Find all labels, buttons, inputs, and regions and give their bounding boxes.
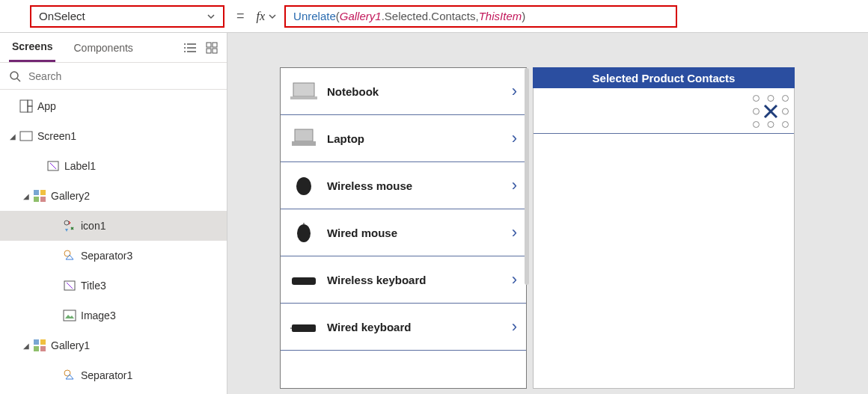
chevron-right-icon[interactable]: › bbox=[512, 81, 520, 101]
svg-rect-8 bbox=[20, 132, 32, 141]
chevron-down-icon bbox=[207, 12, 216, 21]
svg-rect-12 bbox=[34, 197, 39, 202]
resize-handle[interactable] bbox=[753, 95, 760, 102]
gallery-row[interactable]: Wired mouse › bbox=[281, 209, 526, 256]
tree-item-title3[interactable]: Title3 bbox=[0, 271, 227, 301]
svg-point-14 bbox=[64, 221, 69, 225]
screen-icon bbox=[18, 131, 34, 141]
chevron-right-icon[interactable]: › bbox=[512, 176, 520, 195]
search-icon bbox=[9, 70, 21, 82]
resize-handle[interactable] bbox=[768, 95, 774, 102]
svg-rect-23 bbox=[293, 83, 314, 96]
gallery2[interactable]: Selected Product Contacts bbox=[533, 67, 795, 389]
image-icon bbox=[61, 310, 78, 321]
product-image bbox=[288, 172, 320, 199]
svg-rect-5 bbox=[20, 100, 28, 112]
gallery-row[interactable]: Wireless keyboard › bbox=[281, 256, 526, 304]
selected-icon-control[interactable] bbox=[755, 97, 786, 126]
svg-rect-3 bbox=[213, 49, 217, 53]
tab-screens[interactable]: Screens bbox=[9, 33, 55, 62]
separator-line bbox=[534, 133, 794, 134]
property-selector[interactable]: OnSelect bbox=[30, 5, 224, 28]
grid-view-icon[interactable] bbox=[206, 42, 218, 54]
icon-icon bbox=[61, 219, 78, 233]
chevron-right-icon[interactable]: › bbox=[512, 317, 520, 336]
separator-icon bbox=[61, 249, 78, 262]
tab-components[interactable]: Components bbox=[70, 33, 135, 62]
app-icon bbox=[18, 99, 34, 113]
svg-rect-17 bbox=[64, 310, 76, 321]
svg-rect-26 bbox=[292, 141, 316, 146]
tree-item-icon1[interactable]: icon1 bbox=[0, 211, 227, 241]
fx-icon: fx bbox=[257, 10, 269, 23]
svg-rect-20 bbox=[34, 346, 39, 351]
gallery1[interactable]: Notebook › Laptop › Wireless mouse › Wir… bbox=[280, 67, 527, 389]
svg-point-27 bbox=[296, 177, 311, 195]
gallery-row[interactable]: Notebook › bbox=[281, 68, 526, 115]
svg-rect-13 bbox=[40, 197, 46, 202]
chevron-right-icon[interactable]: › bbox=[512, 129, 520, 148]
separator-icon bbox=[61, 369, 78, 382]
product-image bbox=[288, 125, 320, 152]
tree-item-image3[interactable]: Image3 bbox=[0, 301, 227, 330]
product-image bbox=[288, 266, 320, 293]
close-icon[interactable] bbox=[761, 100, 780, 123]
tree-item-separator1[interactable]: Separator1 bbox=[0, 360, 227, 390]
label-icon bbox=[61, 279, 78, 292]
formula-bar: OnSelect = fx Unrelate ( Gallery1 .Selec… bbox=[0, 0, 868, 33]
formula-token-fn: Unrelate bbox=[293, 10, 336, 22]
product-image bbox=[288, 313, 320, 340]
design-canvas[interactable]: Notebook › Laptop › Wireless mouse › Wir… bbox=[227, 33, 868, 394]
svg-rect-19 bbox=[40, 339, 46, 345]
formula-token-id: Gallery1 bbox=[340, 10, 382, 22]
product-image bbox=[288, 78, 320, 105]
search-input[interactable] bbox=[28, 70, 218, 82]
contacts-body bbox=[533, 88, 795, 389]
gallery-row[interactable]: Wired keyboard › bbox=[281, 304, 526, 351]
list-view-icon[interactable] bbox=[183, 43, 197, 53]
gallery-row[interactable]: Laptop › bbox=[281, 115, 526, 162]
tree-item-gallery2[interactable]: ◢ Gallery2 bbox=[0, 181, 227, 211]
chevron-down-icon bbox=[268, 12, 277, 21]
gallery-icon bbox=[31, 339, 48, 352]
tree-item-gallery1[interactable]: ◢ Gallery1 bbox=[0, 330, 227, 360]
label-icon bbox=[45, 159, 61, 173]
svg-point-4 bbox=[10, 72, 18, 79]
chevron-right-icon[interactable]: › bbox=[512, 270, 520, 289]
formula-token-id: ThisItem bbox=[479, 10, 522, 22]
tree-item-app[interactable]: App bbox=[0, 91, 227, 121]
svg-rect-21 bbox=[40, 346, 46, 351]
svg-rect-25 bbox=[295, 129, 313, 141]
svg-rect-11 bbox=[40, 190, 46, 195]
svg-rect-30 bbox=[292, 324, 316, 332]
resize-handle[interactable] bbox=[782, 108, 789, 115]
svg-rect-0 bbox=[207, 43, 211, 47]
resize-handle[interactable] bbox=[782, 95, 789, 102]
contacts-header: Selected Product Contacts bbox=[533, 67, 795, 88]
product-image bbox=[288, 219, 320, 246]
resize-handle[interactable] bbox=[753, 108, 760, 115]
property-selector-value: OnSelect bbox=[39, 10, 207, 22]
scrollbar[interactable] bbox=[525, 68, 529, 285]
svg-rect-1 bbox=[213, 43, 217, 47]
svg-point-28 bbox=[297, 224, 311, 242]
tree-view-panel: Screens Components App ◢ Screen1 bbox=[0, 33, 227, 394]
resize-handle[interactable] bbox=[753, 121, 760, 128]
equals-sign: = bbox=[224, 8, 257, 24]
svg-rect-2 bbox=[207, 49, 211, 53]
svg-rect-6 bbox=[28, 100, 32, 106]
fx-label[interactable]: fx bbox=[257, 10, 285, 23]
formula-input[interactable]: Unrelate ( Gallery1 .Selected.Contacts, … bbox=[284, 5, 677, 28]
resize-handle[interactable] bbox=[782, 121, 789, 128]
tree-item-label1[interactable]: Label1 bbox=[0, 151, 227, 181]
chevron-right-icon[interactable]: › bbox=[512, 223, 520, 242]
svg-rect-18 bbox=[34, 339, 39, 345]
svg-rect-29 bbox=[292, 277, 316, 285]
resize-handle[interactable] bbox=[768, 121, 774, 128]
svg-rect-7 bbox=[28, 106, 32, 112]
tree-item-separator3[interactable]: Separator3 bbox=[0, 241, 227, 271]
tree-item-screen1[interactable]: ◢ Screen1 bbox=[0, 121, 227, 151]
svg-rect-10 bbox=[34, 190, 39, 195]
gallery-row[interactable]: Wireless mouse › bbox=[281, 162, 526, 209]
svg-rect-24 bbox=[290, 96, 317, 99]
